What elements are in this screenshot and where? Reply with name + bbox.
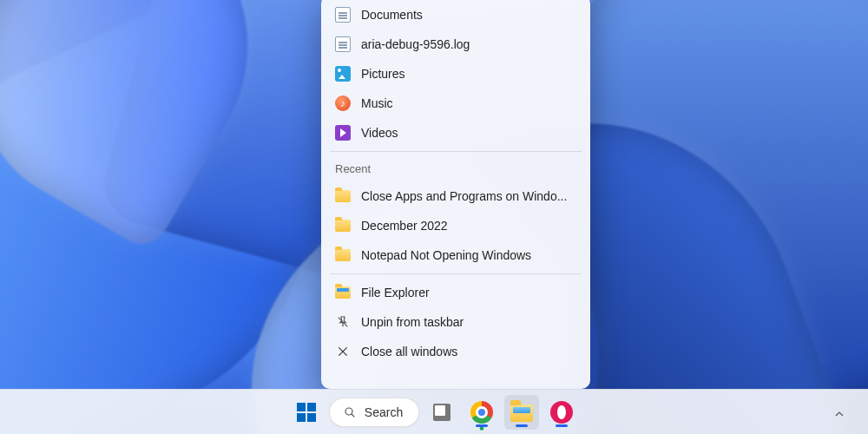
taskbar: Search [0,389,868,434]
jumplist-item-label: Notepad Not Opening Windows [361,248,576,262]
jumplist-item-file-explorer[interactable]: File Explorer [321,278,590,307]
folder-icon [335,249,351,261]
task-view-button[interactable] [424,395,459,430]
search-button[interactable]: Search [329,398,419,427]
close-icon [335,344,351,359]
jumplist-item-documents[interactable]: Documents [321,0,590,30]
start-button[interactable] [289,395,324,430]
jumplist-item-label: Documents [361,8,576,22]
file-explorer-icon [335,286,351,299]
jumplist-item-recent-folder[interactable]: December 2022 [321,211,590,240]
unpin-icon [335,314,351,330]
jumplist-item-label: December 2022 [361,219,576,233]
videos-icon [335,125,351,141]
folder-icon [335,220,351,232]
folder-icon [335,190,351,202]
file-explorer-icon [510,404,533,422]
svg-point-0 [345,408,352,415]
file-explorer-jumplist: Documents aria-debug-9596.log Pictures M… [321,0,590,389]
music-icon [335,95,351,111]
jumplist-item-label: Music [361,96,576,110]
opera-icon [550,401,573,424]
jumplist-item-label: Unpin from taskbar [361,315,576,329]
jumplist-item-label: Videos [361,126,576,140]
taskbar-app-chrome[interactable] [464,395,499,430]
jumplist-item-label: Pictures [361,67,576,81]
jumplist-item-label: aria-debug-9596.log [361,37,576,51]
jumplist-item-pictures[interactable]: Pictures [321,59,590,89]
search-icon [342,404,358,420]
logfile-icon [335,36,351,52]
jumplist-item-label: Close all windows [361,345,576,358]
jumplist-item-close-all[interactable]: Close all windows [321,337,590,366]
taskbar-app-opera[interactable] [544,395,579,430]
pictures-icon [335,66,351,82]
taskbar-center: Search [289,395,579,430]
jumplist-item-music[interactable]: Music [321,89,590,118]
document-icon [335,7,351,23]
separator [330,273,582,274]
chrome-icon [470,401,493,424]
jumplist-item-videos[interactable]: Videos [321,118,590,148]
windows-logo-icon [297,403,316,422]
taskbar-app-file-explorer[interactable] [504,395,539,430]
separator [330,151,582,152]
jumplist-item-unpin[interactable]: Unpin from taskbar [321,307,590,337]
search-label: Search [365,405,403,419]
jumplist-item-recent-folder[interactable]: Close Apps and Programs on Windo... [321,181,590,211]
jumplist-item-logfile[interactable]: aria-debug-9596.log [321,30,590,59]
status-dot-icon [479,425,485,431]
tray-overflow-button[interactable] [832,406,847,422]
jumplist-recent-header: Recent [321,155,590,181]
jumplist-item-recent-folder[interactable]: Notepad Not Opening Windows [321,240,590,270]
jumplist-item-label: Close Apps and Programs on Windo... [361,189,576,203]
jumplist-item-label: File Explorer [361,286,576,299]
task-view-icon [433,404,450,421]
